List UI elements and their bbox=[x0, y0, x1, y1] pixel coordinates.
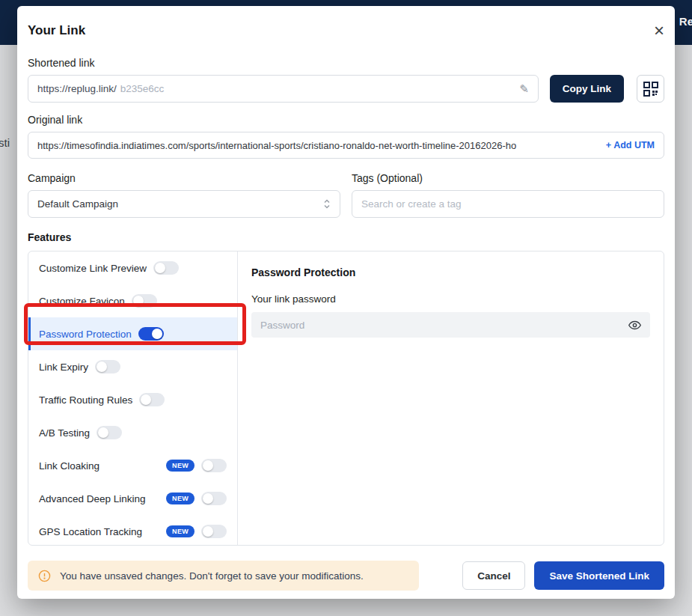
feature-toggle[interactable] bbox=[138, 327, 164, 341]
toggle-knob bbox=[141, 394, 151, 405]
modal-footer: You have unsaved changes. Don't forget t… bbox=[28, 561, 664, 591]
campaign-label: Campaign bbox=[28, 172, 340, 184]
feature-item-advanced-deep-linking[interactable]: Advanced Deep Linking NEW bbox=[28, 482, 237, 515]
toggle-knob bbox=[152, 329, 162, 339]
copy-link-button[interactable]: Copy Link bbox=[550, 75, 624, 103]
original-link-url: https://timesofindia.indiatimes.com/spor… bbox=[37, 140, 601, 151]
link-password-label: Your link password bbox=[251, 293, 650, 305]
toggle-knob bbox=[203, 460, 213, 471]
qr-code-button[interactable] bbox=[637, 75, 664, 103]
shortened-link-row: https://replug.link/ b235e6cc ✎ Copy Lin… bbox=[28, 75, 664, 103]
feature-item-link-expiry[interactable]: Link Expiry NEW bbox=[28, 350, 237, 383]
original-link-input[interactable]: https://timesofindia.indiatimes.com/spor… bbox=[28, 132, 664, 159]
toggle-knob bbox=[155, 263, 165, 273]
feature-toggle[interactable] bbox=[139, 393, 165, 406]
modal-header: Your Link × bbox=[28, 6, 664, 39]
feature-item-ab-testing[interactable]: A/B Testing NEW bbox=[28, 416, 237, 449]
your-link-modal: Your Link × Shortened link https://replu… bbox=[17, 6, 675, 599]
feature-toggle[interactable] bbox=[201, 525, 227, 538]
shortened-link-value: b235e6cc bbox=[120, 83, 519, 94]
modal-title: Your Link bbox=[28, 23, 85, 38]
feature-detail-title: Password Protection bbox=[251, 266, 650, 278]
features-list: Customize Link Preview NEW Customize Fav… bbox=[28, 251, 238, 545]
toggle-knob bbox=[133, 296, 144, 306]
tags-label: Tags (Optional) bbox=[352, 172, 664, 184]
original-link-label: Original link bbox=[28, 114, 664, 126]
password-input[interactable] bbox=[260, 320, 628, 331]
campaign-selected-value: Default Campaign bbox=[37, 198, 118, 210]
eye-icon[interactable] bbox=[628, 319, 641, 332]
feature-toggle[interactable] bbox=[201, 492, 227, 505]
navbar-partial-text: Re bbox=[679, 15, 692, 28]
cancel-button[interactable]: Cancel bbox=[462, 561, 525, 590]
feature-item-password-protection[interactable]: Password Protection NEW bbox=[28, 317, 237, 350]
features-heading: Features bbox=[28, 231, 664, 243]
unsaved-changes-banner: You have unsaved changes. Don't forget t… bbox=[28, 561, 419, 591]
feature-toggle[interactable] bbox=[97, 426, 122, 439]
feature-label: Advanced Deep Linking bbox=[39, 493, 146, 504]
warning-text: You have unsaved changes. Don't forget t… bbox=[60, 570, 364, 582]
shortened-link-input[interactable]: https://replug.link/ b235e6cc ✎ bbox=[28, 75, 539, 103]
add-utm-link[interactable]: + Add UTM bbox=[606, 140, 655, 150]
toggle-knob bbox=[203, 493, 213, 504]
feature-toggle[interactable] bbox=[95, 360, 120, 373]
feature-toggle[interactable] bbox=[132, 294, 157, 308]
feature-item-customize-link-preview[interactable]: Customize Link Preview NEW bbox=[28, 251, 237, 284]
feature-label: Customize Link Preview bbox=[39, 263, 147, 274]
new-badge: NEW bbox=[166, 493, 195, 504]
shortened-link-label: Shortened link bbox=[28, 57, 664, 69]
feature-toggle[interactable] bbox=[201, 459, 227, 472]
feature-detail-panel: Password Protection Your link password bbox=[238, 251, 664, 545]
tags-input[interactable] bbox=[352, 190, 664, 218]
page-partial-text: sti bbox=[0, 136, 10, 149]
feature-label: Traffic Routing Rules bbox=[39, 394, 132, 406]
chevron-up-down-icon bbox=[323, 198, 331, 210]
feature-label: Password Protection bbox=[39, 329, 132, 340]
close-icon[interactable]: × bbox=[654, 23, 664, 38]
feature-label: GPS Location Tracking bbox=[39, 526, 142, 537]
toggle-knob bbox=[98, 427, 108, 438]
feature-item-customize-favicon[interactable]: Customize Favicon NEW bbox=[28, 284, 237, 317]
new-badge: NEW bbox=[166, 460, 195, 472]
feature-label: Customize Favicon bbox=[39, 296, 125, 307]
campaign-select[interactable]: Default Campaign bbox=[28, 190, 340, 218]
toggle-knob bbox=[203, 526, 213, 537]
save-shortened-link-button[interactable]: Save Shortened Link bbox=[534, 561, 664, 590]
password-field-wrap bbox=[251, 312, 650, 338]
shortened-link-prefix: https://replug.link/ bbox=[37, 83, 117, 94]
features-panel: Customize Link Preview NEW Customize Fav… bbox=[28, 251, 664, 546]
feature-label: A/B Testing bbox=[39, 427, 90, 439]
feature-label: Link Cloaking bbox=[39, 460, 99, 472]
warning-circle-icon bbox=[38, 570, 51, 582]
edit-pencil-icon[interactable]: ✎ bbox=[519, 82, 529, 96]
new-badge: NEW bbox=[166, 525, 195, 537]
feature-toggle[interactable] bbox=[153, 261, 179, 275]
feature-item-gps-location-tracking[interactable]: GPS Location Tracking NEW bbox=[28, 515, 237, 546]
feature-item-traffic-routing-rules[interactable]: Traffic Routing Rules NEW bbox=[28, 383, 237, 416]
feature-label: Link Expiry bbox=[39, 362, 88, 373]
toggle-knob bbox=[97, 362, 107, 372]
feature-item-link-cloaking[interactable]: Link Cloaking NEW bbox=[28, 449, 237, 482]
qr-code-icon bbox=[643, 82, 658, 97]
